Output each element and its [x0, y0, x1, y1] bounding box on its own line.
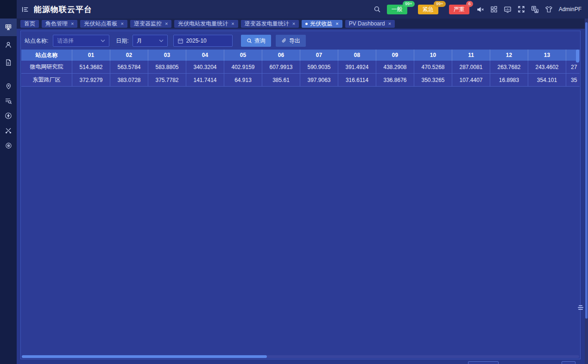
tab-label: 逆变器发电量统计 [245, 20, 289, 28]
sidebar-logo-block [0, 0, 17, 19]
value-cell: 607.9913 [262, 61, 300, 73]
apps-grid-icon[interactable] [490, 6, 498, 13]
tab-home[interactable]: 首页 [20, 20, 39, 28]
query-button[interactable]: 查询 [241, 35, 271, 47]
data-screen-icon[interactable] [504, 6, 512, 13]
document-icon [5, 59, 12, 66]
column-header: 站点名称 [21, 50, 72, 61]
close-icon[interactable]: × [165, 21, 168, 26]
page-scrollbar-thumb[interactable] [585, 22, 588, 319]
value-cell: 391.4924 [338, 61, 376, 73]
table-vertical-scrollbar-thumb[interactable] [576, 50, 579, 63]
value-cell: 563.5784 [110, 61, 148, 73]
sidebar-item-role[interactable] [0, 36, 17, 54]
tab-label: 首页 [24, 20, 35, 28]
pagination-button-cut[interactable] [562, 361, 575, 364]
translate-icon[interactable] [531, 6, 539, 13]
export-button[interactable]: 导出 [276, 35, 306, 47]
sidebar-group-gap [0, 71, 17, 79]
site-select[interactable]: 请选择 [53, 35, 109, 47]
table-header-row: 站点名称 01 02 03 04 05 06 07 08 09 10 11 12… [21, 50, 580, 61]
tab-pv-station-gen-stats[interactable]: 光伏电站发电量统计 × [174, 20, 238, 28]
tab-inverter-gen-stats[interactable]: 逆变器发电量统计 × [241, 20, 299, 28]
site-select-placeholder: 请选择 [57, 37, 74, 45]
value-cell: 287.0081 [452, 61, 490, 73]
fullscreen-icon[interactable] [518, 6, 525, 13]
column-header: 04 [186, 50, 224, 61]
alarm-badge-general[interactable]: 一般 99+ [387, 5, 407, 14]
column-header: 10 [414, 50, 452, 61]
chevron-down-icon [101, 39, 105, 42]
value-cell: 590.9035 [300, 61, 338, 73]
table-row[interactable]: 微电网研究院 514.3682 563.5784 583.8805 340.32… [21, 61, 580, 74]
column-header: 05 [224, 50, 262, 61]
tab-pv-dashboard[interactable]: PV Dashboard × [345, 20, 395, 28]
date-label: 日期: [116, 37, 128, 45]
date-picker-input[interactable]: 2025-10 [173, 35, 233, 47]
paperclip-icon [281, 38, 287, 44]
value-cell: 438.2908 [376, 61, 414, 73]
close-icon[interactable]: × [292, 21, 295, 26]
column-header: 09 [376, 50, 414, 61]
bolt-circle-icon [5, 112, 12, 119]
value-cell: 107.4407 [452, 74, 490, 86]
collapse-menu-icon[interactable] [21, 6, 29, 13]
table-horizontal-scrollbar-thumb[interactable] [22, 355, 267, 358]
table-row[interactable]: 东盟路厂区 372.9279 383.0728 375.7782 141.741… [21, 74, 580, 87]
sidebar [0, 0, 17, 364]
user-icon [5, 41, 12, 49]
sidebar-item-report[interactable] [0, 54, 17, 71]
sidebar-item-maintenance[interactable] [0, 123, 17, 138]
value-cell: 583.8805 [148, 61, 186, 73]
close-icon[interactable]: × [120, 21, 123, 26]
close-icon[interactable]: × [71, 21, 74, 26]
mute-icon[interactable] [476, 6, 484, 13]
sidebar-item-pv-monitor[interactable] [0, 19, 17, 36]
location-pin-icon [5, 83, 12, 90]
sidebar-item-location[interactable] [0, 79, 17, 94]
search-icon[interactable] [373, 6, 381, 13]
close-icon[interactable]: × [388, 21, 391, 26]
site-name-label: 站点名称: [25, 37, 48, 45]
tab-pv-revenue[interactable]: 光伏收益 × [302, 20, 342, 28]
column-header: 02 [110, 50, 148, 61]
alarm-badge-urgent[interactable]: 紧急 99+ [418, 5, 438, 14]
column-header: 06 [262, 50, 300, 61]
drag-handle-icon[interactable] [577, 305, 584, 310]
page-scrollbar[interactable] [585, 19, 588, 364]
date-type-select[interactable]: 月 [133, 35, 168, 47]
sidebar-item-list-query[interactable] [0, 94, 17, 108]
value-cell: 375.7782 [148, 74, 186, 86]
tab-role-management[interactable]: 角色管理 × [42, 20, 77, 28]
value-cell: 243.4602 [528, 61, 566, 73]
username[interactable]: AdminPF [559, 6, 582, 13]
theme-shirt-icon[interactable] [545, 6, 553, 13]
value-cell: 263.7682 [490, 61, 528, 73]
sidebar-item-settings[interactable] [0, 138, 17, 153]
value-cell: 16.8983 [490, 74, 528, 86]
main-content: 站点名称: 请选择 日期: 月 2025-10 [17, 29, 585, 364]
content-panel: 站点名称: 请选择 日期: 月 2025-10 [20, 31, 581, 359]
tab-inverter-monitor[interactable]: 逆变器监控 × [130, 20, 171, 28]
header-right: 一般 99+ 紧急 99+ 严重 6 [373, 5, 582, 14]
tab-label: PV Dashboard [349, 20, 385, 27]
sidebar-item-energy[interactable] [0, 108, 17, 123]
alarm-badge-critical[interactable]: 严重 6 [449, 5, 469, 14]
close-icon[interactable]: × [231, 21, 234, 26]
table-horizontal-scrollbar[interactable] [22, 355, 579, 358]
date-type-value: 月 [137, 37, 142, 45]
tab-label: 光伏收益 [310, 20, 332, 28]
column-header: 01 [72, 50, 110, 61]
value-cell: 64.913 [224, 74, 262, 86]
filter-bar: 站点名称: 请选择 日期: 月 2025-10 [25, 34, 576, 48]
query-button-label: 查询 [254, 37, 266, 45]
pagination-button-cut[interactable] [468, 361, 499, 364]
value-cell: 316.6114 [338, 74, 376, 86]
tab-label: 角色管理 [45, 20, 68, 28]
tab-label: 逆变器监控 [134, 20, 162, 28]
tab-pv-site-board[interactable]: 光伏站点看板 × [80, 20, 127, 28]
date-picker-value: 2025-10 [186, 38, 207, 44]
value-cell: 383.0728 [110, 74, 148, 86]
chevron-down-icon [159, 39, 164, 42]
close-icon[interactable]: × [335, 21, 338, 26]
